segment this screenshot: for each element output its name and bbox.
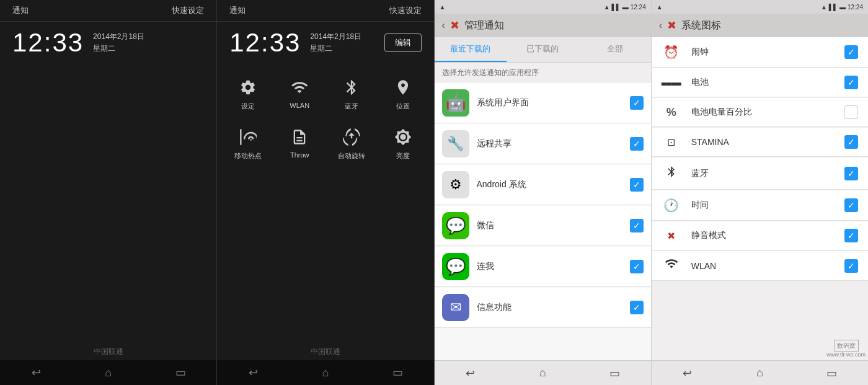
qs-brightness[interactable]: 亮度 [378,120,427,167]
android-sys-icon: ⚙ [442,171,469,198]
qs-location-icon [392,76,414,99]
panel4-title: 系统图标 [681,19,721,32]
time-icon: 🕐 [662,198,681,213]
sys-icon-item-battery-pct[interactable]: % 电池电量百分比 [652,98,868,127]
message-icon: ✉ [442,294,469,321]
panel3-back-btn[interactable]: ↩ [458,361,483,386]
app-name-message: 信息功能 [477,302,622,313]
app-item-wechat[interactable]: 💬 微信 ✓ [435,206,651,246]
qs-throw[interactable]: Throw [275,120,324,167]
panel3-recents-btn[interactable]: ▭ [603,361,627,386]
panel3-title: 管理通知 [464,19,504,32]
silent-label: 静音模式 [691,230,835,241]
app-item-android-ui[interactable]: 🤖 系统用户界面 ✓ [435,83,651,123]
battery-pct-icon: % [662,106,681,119]
app-item-android-sys[interactable]: ⚙ Android 系统 ✓ [435,165,651,205]
tab-recent[interactable]: 最近下载的 [435,37,507,62]
panel3-home-btn[interactable]: ⌂ [530,361,555,386]
wlan-label2: WLAN [691,261,835,271]
panel4-back-btn[interactable]: ↩ [675,361,700,386]
panel1-back-btn[interactable]: ↩ [24,360,48,385]
battery-pct-label: 电池电量百分比 [691,107,835,118]
panel-locked: 通知 快速设定 12:33 2014年2月18日 星期二 中国联通 ↩ ⌂ ▭ [0,0,217,385]
panel1-time-section: 12:33 2014年2月18日 星期二 [0,22,216,64]
battery-pct-checkbox[interactable] [844,105,858,119]
panel2-back-btn[interactable]: ↩ [241,360,265,385]
qs-settings[interactable]: 设定 [223,70,272,117]
panel3-back-icon[interactable]: ‹ [442,20,445,31]
sys-icon-item-time[interactable]: 🕐 时间 ✓ [652,190,868,221]
qs-bluetooth-icon [340,76,363,99]
app-name-android-ui: 系统用户界面 [477,97,622,108]
sys-icon-item-bluetooth[interactable]: 蓝牙 ✓ [652,157,868,190]
android-ui-icon: 🤖 [442,89,469,117]
alarm-icon: ⏰ [662,45,681,60]
panel2-quicksettings-tab[interactable]: 快速设定 [389,5,422,16]
qs-autorotate[interactable]: 自动旋转 [327,120,376,167]
panel3-header: ‹ ✖ 管理通知 [435,14,651,37]
silent-icon: ✖ [662,230,681,242]
wechat-icon: 💬 [442,212,469,239]
wlan-icon2 [662,259,681,273]
battery-checkbox[interactable]: ✓ [844,76,858,89]
app-checkbox-wechat[interactable]: ✓ [630,219,644,232]
panel3-status-icons: ▲ ▌▌ ▬ 12:24 [604,4,646,11]
tab-downloaded[interactable]: 已下载的 [507,37,578,62]
alarm-checkbox[interactable]: ✓ [844,45,858,59]
qs-wlan[interactable]: WLAN [275,70,324,117]
qs-hotspot[interactable]: 移动热点 [223,120,272,167]
wlan-checkbox[interactable]: ✓ [844,259,858,273]
sys-icon-item-battery[interactable]: ▬▬ 电池 ✓ [652,68,868,97]
panel3-app-list: 🤖 系统用户界面 ✓ 🔧 远程共享 ✓ ⚙ Android 系统 ✓ 💬 微信 … [435,83,651,385]
panel2-carrier: 中国联通 [217,347,433,357]
app-item-remote-share[interactable]: 🔧 远程共享 ✓ [435,124,651,164]
sys-icon-item-alarm[interactable]: ⏰ 闹钟 ✓ [652,37,868,68]
app-name-remote-share: 远程共享 [477,138,622,149]
qs-throw-label: Throw [290,151,309,159]
qs-bluetooth[interactable]: 蓝牙 [327,70,376,117]
sys-icon-item-wlan[interactable]: WLAN ✓ [652,251,868,281]
panel4-status-bar: ▲ ▲ ▌▌ ▬ 12:24 [652,0,868,14]
panel-quicksettings: 通知 快速设定 12:33 2014年2月18日 星期二 编辑 设定 WLAN [217,0,434,385]
app-name-wechat: 微信 [477,220,622,231]
panel4-status-icons: ▲ ▌▌ ▬ 12:24 [821,4,863,11]
app-checkbox-remote-share[interactable]: ✓ [630,137,644,151]
quick-settings-grid: 设定 WLAN 蓝牙 位置 移动热点 [217,64,433,173]
panel2-recents-btn[interactable]: ▭ [385,360,410,385]
panel2-home-btn[interactable]: ⌂ [313,360,338,385]
app-checkbox-message[interactable]: ✓ [630,301,644,314]
silent-checkbox[interactable]: ✓ [844,229,858,242]
app-name-android-sys: Android 系统 [477,179,622,190]
panel4-signal-icon: ▲ [657,4,663,11]
app-name-line: 连我 [477,261,622,272]
stamina-checkbox[interactable]: ✓ [844,135,858,149]
panel4-icon-list: ⏰ 闹钟 ✓ ▬▬ 电池 ✓ % 电池电量百分比 ⊡ STAMINA ✓ 蓝牙 [652,37,868,385]
time-label: 时间 [691,200,835,211]
tab-all[interactable]: 全部 [578,37,650,62]
panel1-home-btn[interactable]: ⌂ [96,360,121,385]
app-checkbox-android-sys[interactable]: ✓ [630,178,644,192]
panel2-date: 2014年2月18日 星期二 [310,31,361,55]
panel4-home-btn[interactable]: ⌂ [747,361,772,386]
app-checkbox-line[interactable]: ✓ [630,260,644,273]
panel1-recents-btn[interactable]: ▭ [168,360,193,385]
qs-settings-icon [237,76,259,99]
sys-icon-item-silent[interactable]: ✖ 静音模式 ✓ [652,221,868,250]
bluetooth-checkbox[interactable]: ✓ [844,167,858,180]
edit-button[interactable]: 编辑 [384,33,422,52]
panel1-quicksettings-tab[interactable]: 快速设定 [172,5,204,16]
qs-location[interactable]: 位置 [378,70,427,117]
panel1-notification-tab[interactable]: 通知 [12,5,29,16]
app-checkbox-android-ui[interactable]: ✓ [630,96,644,110]
app-item-message[interactable]: ✉ 信息功能 ✓ [435,288,651,328]
panel-system-icons: ▲ ▲ ▌▌ ▬ 12:24 ‹ ✖ 系统图标 ⏰ 闹钟 ✓ ▬▬ 电池 ✓ %… [652,0,868,385]
sys-icon-item-stamina[interactable]: ⊡ STAMINA ✓ [652,128,868,157]
panel-manage-notifications: ▲ ▲ ▌▌ ▬ 12:24 ‹ ✖ 管理通知 最近下载的 已下载的 全部 选择… [435,0,652,385]
app-item-line[interactable]: 💬 连我 ✓ [435,247,651,287]
panel3-settings-icon: ✖ [450,19,459,32]
panel4-recents-btn[interactable]: ▭ [820,361,844,386]
panel1-time: 12:33 [12,28,84,58]
panel2-notification-tab[interactable]: 通知 [229,5,246,16]
panel4-back-icon[interactable]: ‹ [659,20,662,31]
time-checkbox[interactable]: ✓ [844,198,858,212]
